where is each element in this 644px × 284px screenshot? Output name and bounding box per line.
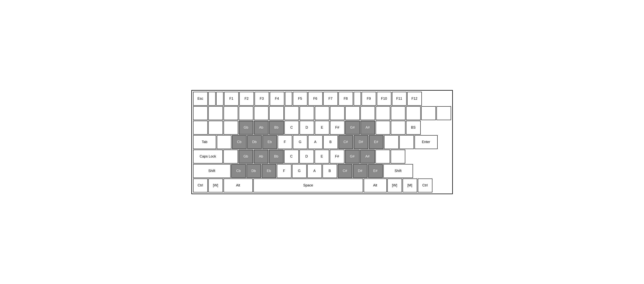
- key-e-caps[interactable]: E: [314, 150, 329, 164]
- key-nr-12[interactable]: [360, 106, 375, 120]
- key-ctrl-left[interactable]: Ctrl: [193, 179, 208, 192]
- key-dsharp-shift[interactable]: D#: [353, 164, 368, 178]
- key-f-shift[interactable]: F: [277, 164, 292, 178]
- key-esharp-tab[interactable]: E#: [369, 135, 384, 149]
- key-nr-2[interactable]: [208, 106, 223, 120]
- key-g-shift[interactable]: G: [292, 164, 307, 178]
- key-nr-1[interactable]: [193, 106, 208, 120]
- key-c-top[interactable]: C: [284, 121, 299, 134]
- key-gb-top[interactable]: Gb: [239, 121, 253, 134]
- key-w-left[interactable]: [W]: [208, 179, 223, 192]
- key-db-shift[interactable]: Db: [246, 164, 261, 178]
- key-f6[interactable]: F6: [308, 92, 323, 106]
- function-row: Esc F1 F2 F3 F4 F5 F6 F7 F8 F9 F10 F11 F…: [193, 92, 451, 106]
- key-f5[interactable]: F5: [293, 92, 308, 106]
- key-nr-4[interactable]: [239, 106, 253, 120]
- key-ab-caps[interactable]: Ab: [254, 150, 268, 164]
- key-nr-15[interactable]: [406, 106, 421, 120]
- key-alt-left[interactable]: Alt: [224, 179, 253, 192]
- key-caps-lock[interactable]: Caps Lock: [193, 150, 223, 164]
- key-nr-6[interactable]: [269, 106, 284, 120]
- key-alt-right[interactable]: Alt: [364, 179, 387, 192]
- key-nr-17[interactable]: [436, 106, 451, 120]
- key-e-top[interactable]: E: [315, 121, 330, 134]
- key-caps-blank3[interactable]: [391, 150, 405, 164]
- key-csharp-tab[interactable]: C#: [338, 135, 353, 149]
- key-esc[interactable]: Esc: [193, 92, 208, 106]
- key-nr-3[interactable]: [224, 106, 238, 120]
- key-f3[interactable]: F3: [254, 92, 269, 106]
- key-f1[interactable]: F1: [224, 92, 239, 106]
- key-g-tab[interactable]: G: [293, 135, 308, 149]
- key-nr-13[interactable]: [376, 106, 390, 120]
- key-asharp-caps[interactable]: A#: [360, 150, 375, 164]
- key-shift-right[interactable]: Shift: [383, 164, 413, 178]
- key-f8[interactable]: F8: [338, 92, 353, 106]
- key-tnr-1[interactable]: [193, 121, 208, 134]
- key-fsharp-caps[interactable]: F#: [330, 150, 344, 164]
- key-a-shift[interactable]: A: [307, 164, 322, 178]
- key-cb-tab[interactable]: Cb: [232, 135, 247, 149]
- key-caps-blank[interactable]: [223, 150, 238, 164]
- key-eb-tab[interactable]: Eb: [262, 135, 277, 149]
- key-nr-16[interactable]: [421, 106, 436, 120]
- key-bb-top[interactable]: Bb: [269, 121, 284, 134]
- key-gsharp-caps[interactable]: G#: [345, 150, 360, 164]
- key-ctrl-right[interactable]: Ctrl: [418, 179, 432, 192]
- key-shift-left[interactable]: Shift: [193, 164, 231, 178]
- key-b-tab[interactable]: B: [323, 135, 338, 149]
- key-f12[interactable]: F12: [407, 92, 422, 106]
- key-gb-caps[interactable]: Gb: [238, 150, 253, 164]
- key-nr-7[interactable]: [284, 106, 299, 120]
- key-m[interactable]: [M]: [402, 179, 417, 192]
- top-note-row: Gb Ab Bb C D E F# G# A# BS: [193, 121, 451, 134]
- keyboard: Esc F1 F2 F3 F4 F5 F6 F7 F8 F9 F10 F11 F…: [191, 90, 453, 194]
- key-space[interactable]: Space: [253, 179, 363, 192]
- key-fsharp-top[interactable]: F#: [330, 121, 344, 134]
- key-tnr-2[interactable]: [208, 121, 223, 134]
- key-d-caps[interactable]: D: [300, 150, 314, 164]
- key-tab-blank[interactable]: [217, 135, 232, 149]
- key-asharp-top[interactable]: A#: [360, 121, 375, 134]
- key-ab-top[interactable]: Ab: [254, 121, 268, 134]
- key-f4[interactable]: F4: [270, 92, 284, 106]
- key-nr-14[interactable]: [391, 106, 406, 120]
- key-csharp-shift[interactable]: C#: [338, 164, 352, 178]
- key-gsharp-top[interactable]: G#: [345, 121, 360, 134]
- key-tnr-14[interactable]: [391, 121, 406, 134]
- key-w-right[interactable]: [W]: [387, 179, 402, 192]
- key-nr-10[interactable]: [330, 106, 344, 120]
- key-caps-blank2[interactable]: [376, 150, 390, 164]
- key-f9[interactable]: F9: [362, 92, 376, 106]
- key-f-tab[interactable]: F: [278, 135, 292, 149]
- key-tab[interactable]: Tab: [193, 135, 216, 149]
- key-blank-f0b: [216, 92, 224, 106]
- key-c-caps[interactable]: C: [284, 150, 299, 164]
- key-d-top[interactable]: D: [300, 121, 314, 134]
- key-eb-shift[interactable]: Eb: [262, 164, 276, 178]
- key-bb-caps[interactable]: Bb: [269, 150, 284, 164]
- shift-row: Shift Cb Db Eb F G A B C# D# E# Shift: [193, 164, 451, 178]
- key-nr-9[interactable]: [315, 106, 330, 120]
- key-f7[interactable]: F7: [323, 92, 338, 106]
- key-nr-5[interactable]: [254, 106, 268, 120]
- key-a-tab[interactable]: A: [308, 135, 323, 149]
- key-bs[interactable]: BS: [406, 121, 421, 134]
- key-tab-blank3[interactable]: [399, 135, 414, 149]
- key-esharp-shift[interactable]: E#: [368, 164, 383, 178]
- key-f2[interactable]: F2: [239, 92, 254, 106]
- caps-row: Caps Lock Gb Ab Bb C D E F# G# A#: [193, 150, 451, 164]
- key-tnr-13[interactable]: [376, 121, 390, 134]
- key-nr-8[interactable]: [300, 106, 314, 120]
- key-f10[interactable]: F10: [377, 92, 392, 106]
- key-nr-11[interactable]: [345, 106, 360, 120]
- key-f11[interactable]: F11: [392, 92, 406, 106]
- key-dsharp-tab[interactable]: D#: [354, 135, 368, 149]
- key-tab-blank2[interactable]: [384, 135, 399, 149]
- key-cb-shift[interactable]: Cb: [231, 164, 246, 178]
- key-tnr-3[interactable]: [224, 121, 238, 134]
- key-db-tab[interactable]: Db: [247, 135, 262, 149]
- number-row: [193, 106, 451, 120]
- key-enter[interactable]: Enter: [414, 135, 438, 149]
- key-b-shift[interactable]: B: [322, 164, 337, 178]
